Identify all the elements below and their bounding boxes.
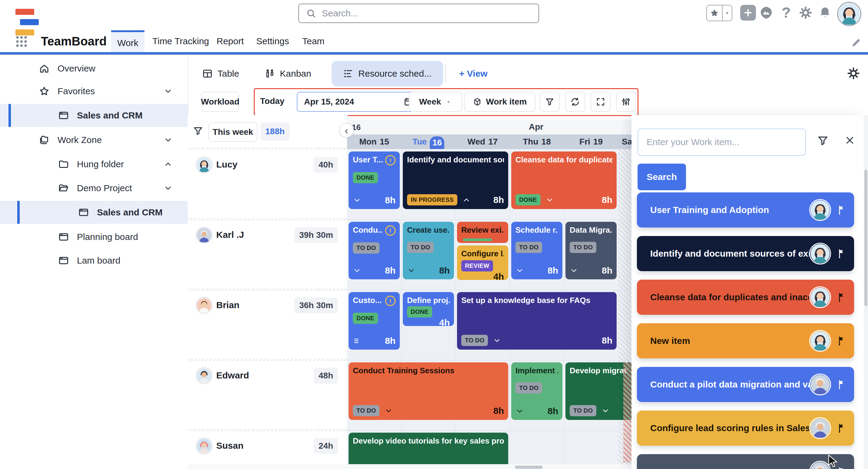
panel-work-item[interactable]: New item <box>637 323 854 358</box>
today-button[interactable]: Today <box>259 92 286 111</box>
flag-icon[interactable] <box>837 423 847 433</box>
day-header-wed[interactable]: Wed17 <box>456 135 510 149</box>
task-card[interactable]: Data Migra... TO DO 8h <box>565 222 617 279</box>
chevron-down-icon[interactable] <box>570 266 578 275</box>
task-card[interactable]: Create use... TO DO 8h <box>403 222 454 279</box>
close-icon[interactable] <box>844 135 856 146</box>
task-card[interactable]: Configure l... REVIEW 4h <box>457 245 508 280</box>
settings-gear-icon[interactable] <box>798 5 813 21</box>
board-settings-gear-icon[interactable] <box>846 66 861 81</box>
add-view-button[interactable]: + View <box>459 61 488 86</box>
view-tab-resource-scheduling[interactable]: Resource sched... <box>332 61 443 86</box>
chevron-down-icon[interactable] <box>353 196 361 205</box>
tab-team[interactable]: Team <box>302 30 324 52</box>
horizontal-scrollbar[interactable] <box>515 466 543 469</box>
task-card[interactable]: Custo...! DONE 8h <box>349 292 400 350</box>
flag-icon[interactable] <box>837 205 847 215</box>
tab-work[interactable]: Work <box>111 30 145 54</box>
star-icon[interactable] <box>707 9 722 17</box>
sidebar-item-overview[interactable]: Overview <box>0 57 188 80</box>
date-picker[interactable]: Apr 15, 2024 <box>297 92 421 112</box>
workload-button[interactable]: Workload <box>202 92 239 112</box>
task-card[interactable]: Conduct Training Sessions TO DO8h <box>349 362 508 420</box>
sidebar-item-sales-and-crm[interactable]: Sales and CRM <box>0 201 188 224</box>
task-card[interactable]: User T...! DONE 8h <box>349 151 400 209</box>
chevron-up-icon[interactable] <box>163 160 173 169</box>
panel-work-item[interactable]: User Training and Adoption <box>637 193 854 228</box>
chevron-down-icon[interactable] <box>516 266 524 275</box>
menu-icon[interactable] <box>353 336 361 345</box>
refresh-button[interactable] <box>565 92 585 112</box>
task-card[interactable]: Cleanse data for duplicate... DONE8h <box>511 151 617 209</box>
apps-grid-icon[interactable] <box>14 34 29 49</box>
panel-work-item[interactable]: Identify and document sources of exi... <box>637 236 854 271</box>
sidebar-item-demo-project[interactable]: Demo Project <box>0 177 188 200</box>
collapse-panel-button[interactable]: ‹ <box>339 123 354 138</box>
sidebar-item-planning-board[interactable]: Planning board <box>0 226 188 248</box>
mountains-icon[interactable] <box>758 5 774 21</box>
task-card[interactable]: Schedule r... TO DO 8h <box>511 222 562 279</box>
task-card[interactable]: Develop video tutorials for key sales pr… <box>349 433 508 464</box>
day-header-thu[interactable]: Thu18 <box>510 135 564 149</box>
help-icon[interactable]: ? <box>778 3 794 22</box>
chevron-down-icon[interactable] <box>516 407 524 415</box>
edit-pencil-icon[interactable] <box>850 36 863 49</box>
chevron-down-icon[interactable] <box>163 87 173 96</box>
panel-work-item[interactable]: Configure lead scoring rules in Salesf..… <box>637 411 854 446</box>
panel-work-item[interactable]: Cleanse data for duplicates and inacc... <box>637 280 854 315</box>
flag-icon[interactable] <box>837 336 847 346</box>
this-week-button[interactable]: This week <box>208 122 257 142</box>
schedule-grid[interactable]: User T...! DONE 8h Identify and document… <box>347 149 631 465</box>
day-header-mon[interactable]: Mon15 <box>347 135 401 149</box>
sidebar-item-favorites[interactable]: Favorites <box>0 80 188 103</box>
star-dropdown-caret-icon[interactable] <box>723 10 732 17</box>
task-card[interactable]: Set up a knowledge base for FAQs TO DO8h <box>457 292 617 350</box>
tab-settings[interactable]: Settings <box>256 30 289 52</box>
sidebar-item-hung-folder[interactable]: Hung folder <box>0 153 188 176</box>
fullscreen-button[interactable] <box>591 92 611 112</box>
task-card[interactable]: Develop migratio TO DO <box>565 362 631 420</box>
filter-icon[interactable] <box>193 125 204 136</box>
flag-icon[interactable] <box>837 292 847 302</box>
resource-row-susan[interactable]: Susan 24h <box>188 431 347 464</box>
chevron-down-icon[interactable] <box>493 336 501 345</box>
chevron-down-icon[interactable] <box>601 407 610 415</box>
panel-work-item[interactable] <box>637 454 854 469</box>
work-item-search-input[interactable] <box>638 128 806 156</box>
tab-time-tracking[interactable]: Time Tracking <box>152 30 209 52</box>
tab-report[interactable]: Report <box>217 30 244 52</box>
task-card[interactable]: Define proj... DONE 4h <box>403 292 454 326</box>
global-search[interactable] <box>298 4 539 23</box>
chevron-down-icon[interactable] <box>353 266 361 275</box>
task-card[interactable]: Implement ... TO DO 8h <box>511 362 562 420</box>
sidebar-item-work-zone[interactable]: Work Zone <box>0 128 188 151</box>
chevron-down-icon[interactable] <box>546 196 554 204</box>
resource-row-lucy[interactable]: Lucy 40h <box>188 150 347 220</box>
sidebar-item-sales-and-crm-favorite[interactable]: Sales and CRM <box>0 104 188 127</box>
day-header-fri[interactable]: Fri19 <box>564 135 618 149</box>
work-item-button[interactable]: Work item <box>464 92 535 112</box>
horizontal-scroll-track[interactable] <box>188 464 631 469</box>
global-search-input[interactable] <box>321 8 531 19</box>
chevron-down-icon[interactable] <box>407 266 415 275</box>
notifications-bell-icon[interactable] <box>817 4 833 20</box>
display-settings-button[interactable] <box>616 92 636 112</box>
chevron-up-icon[interactable] <box>462 196 471 204</box>
view-tab-table[interactable]: Table <box>202 61 239 86</box>
day-header-sat[interactable]: Sat20 <box>618 135 631 149</box>
task-card[interactable]: Condu...! TO DO 8h <box>349 222 400 279</box>
chevron-down-icon[interactable] <box>384 407 393 415</box>
resource-row-karl[interactable]: Karl .J 39h 30m <box>188 220 347 290</box>
filter-button[interactable] <box>540 92 560 112</box>
user-avatar[interactable] <box>837 2 861 26</box>
quick-add-button[interactable] <box>740 5 756 21</box>
search-button[interactable]: Search <box>638 164 686 190</box>
resource-row-edward[interactable]: Edward 48h <box>188 360 347 431</box>
chevron-down-icon[interactable] <box>163 136 173 145</box>
filter-icon[interactable] <box>817 135 829 147</box>
panel-work-item[interactable]: Conduct a pilot data migration and va... <box>637 367 854 402</box>
flag-icon[interactable] <box>837 248 847 259</box>
day-header-tue-active[interactable]: Tue16 <box>401 135 456 149</box>
chevron-down-icon[interactable] <box>163 184 173 193</box>
favorite-toggle-button[interactable] <box>706 5 732 21</box>
